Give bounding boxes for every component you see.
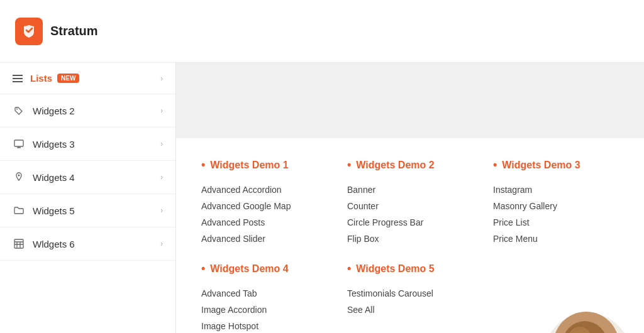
folder-icon (13, 204, 25, 217)
widgets-2-arrow: › (160, 106, 163, 115)
link-advanced-google-map[interactable]: Advanced Google Map (201, 198, 327, 214)
logo-icon (15, 18, 43, 45)
link-image-accordion[interactable]: Image Accordion (201, 302, 327, 318)
sidebar-item-widgets-6[interactable]: Wldgets 6 › (0, 227, 175, 261)
link-flip-box[interactable]: Flip Box (347, 231, 473, 247)
demo4-title: Widgets Demo 4 (201, 262, 327, 275)
new-badge: NEW (57, 74, 79, 83)
sidebar-item-widgets-3[interactable]: Widgets 3 › (0, 128, 175, 161)
link-image-hotspot[interactable]: Image Hotspot (201, 318, 327, 333)
svg-rect-1 (14, 140, 23, 146)
demo5-title: Widgets Demo 5 (347, 262, 473, 275)
widgets-6-label: Wldgets 6 (33, 239, 160, 249)
svg-point-2 (18, 175, 20, 177)
demo4-section: Widgets Demo 4 Advanced Tab Image Accord… (201, 262, 327, 333)
tag-icon (13, 104, 25, 117)
content-area: Widgets Demo 1 Advanced Accordion Advanc… (176, 63, 644, 333)
link-price-menu[interactable]: Price Menu (493, 231, 619, 247)
demo3-title: Widgets Demo 3 (493, 158, 619, 172)
content-top-bar (176, 63, 644, 138)
demo5-section: Widgets Demo 5 Testimonials Carousel See… (347, 262, 473, 318)
widgets-3-arrow: › (160, 139, 163, 148)
widgets-4-label: Widgets 4 (33, 172, 160, 183)
link-advanced-posts[interactable]: Advanced Posts (201, 214, 327, 231)
logo-text: Stratum (50, 24, 98, 38)
sidebar-item-widgets-4[interactable]: Widgets 4 › (0, 161, 175, 194)
main-layout: Lists NEW › Widgets 2 › Widget (0, 63, 644, 333)
sidebar-item-widgets-5[interactable]: Widgets 5 › (0, 194, 175, 227)
svg-rect-3 (14, 239, 23, 248)
widgets-6-arrow: › (160, 239, 163, 248)
coffee-cup-svg (506, 275, 644, 333)
monitor-icon (13, 138, 25, 150)
link-banner[interactable]: Banner (347, 182, 473, 198)
dropdown-panel: Widgets Demo 1 Advanced Accordion Advanc… (176, 138, 644, 333)
coffee-decoration (506, 275, 644, 333)
sidebar-item-widgets-2[interactable]: Widgets 2 › (0, 94, 175, 128)
hamburger-icon (13, 75, 23, 82)
link-price-list[interactable]: Price List (493, 214, 619, 231)
demo2-title: Widgets Demo 2 (347, 158, 473, 172)
demo-column-3: Widgets Demo 3 Instagram Masonry Gallery… (493, 158, 619, 333)
widgets-3-label: Widgets 3 (33, 139, 160, 150)
link-advanced-slider[interactable]: Advanced Slider (201, 231, 327, 247)
link-counter[interactable]: Counter (347, 198, 473, 214)
location-icon (13, 171, 25, 183)
link-see-all[interactable]: See All (347, 302, 473, 318)
demo1-title: Widgets Demo 1 (201, 158, 327, 172)
widgets-5-label: Widgets 5 (33, 205, 160, 216)
demo-column-1: Widgets Demo 1 Advanced Accordion Advanc… (201, 158, 327, 333)
demo-column-2: Widgets Demo 2 Banner Counter Circle Pro… (347, 158, 473, 333)
widgets-2-label: Widgets 2 (33, 106, 160, 116)
header: Stratum (0, 0, 644, 63)
link-instagram[interactable]: Instagram (493, 182, 619, 198)
svg-point-0 (16, 109, 18, 110)
lists-arrow: › (160, 74, 163, 83)
link-circle-progress-bar[interactable]: Circle Progress Bar (347, 214, 473, 231)
link-advanced-accordion[interactable]: Advanced Accordion (201, 182, 327, 198)
link-masonry-gallery[interactable]: Masonry Gallery (493, 198, 619, 214)
link-testimonials-carousel[interactable]: Testimonials Carousel (347, 285, 473, 302)
link-advanced-tab[interactable]: Advanced Tab (201, 285, 327, 302)
widgets-5-arrow: › (160, 206, 163, 215)
lists-label: Lists (30, 73, 52, 84)
sidebar-item-lists[interactable]: Lists NEW › (0, 63, 175, 94)
sidebar: Lists NEW › Widgets 2 › Widget (0, 63, 176, 333)
widgets-4-arrow: › (160, 173, 163, 182)
table-icon (13, 237, 25, 250)
